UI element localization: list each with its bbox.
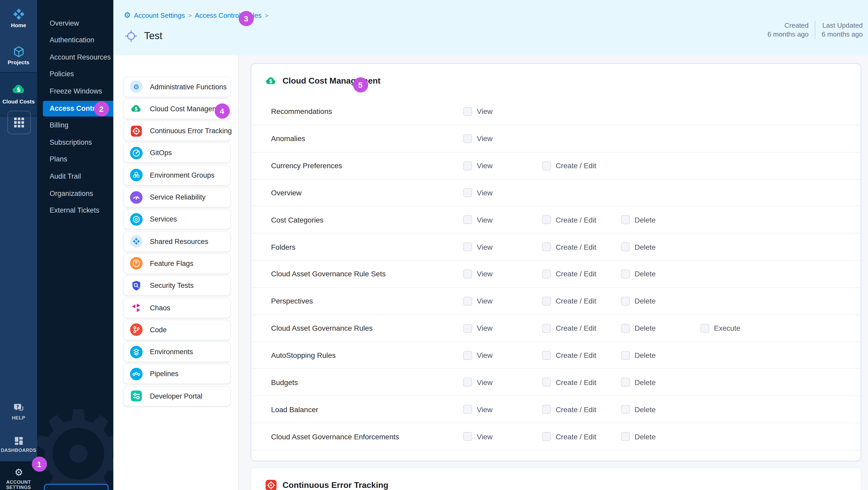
cloud-asset-governance-rule-sets-view-checkbox[interactable] bbox=[463, 270, 472, 278]
cloud-asset-governance-rule-sets-delete-checkbox[interactable] bbox=[621, 270, 630, 278]
cloud-asset-governance-rule-sets-create-checkbox[interactable] bbox=[542, 270, 551, 278]
permission-label: View bbox=[477, 243, 493, 251]
resource-group-pipelines[interactable]: Pipelines bbox=[123, 364, 231, 384]
cloud-asset-governance-rules-create-checkbox[interactable] bbox=[542, 324, 551, 333]
resource-group-services[interactable]: Services bbox=[123, 209, 231, 229]
breadcrumb-separator: > bbox=[188, 12, 192, 19]
folders-delete-checkbox[interactable] bbox=[621, 242, 630, 251]
autostopping-rules-view-checkbox[interactable] bbox=[463, 351, 472, 360]
resource-group-shared-resources[interactable]: Shared Resources bbox=[123, 231, 231, 251]
budgets-delete-checkbox[interactable] bbox=[621, 378, 630, 387]
sidebar-item-audit-trail[interactable]: Audit Trail bbox=[37, 169, 113, 184]
resource-group-developer-portal[interactable]: Developer Portal bbox=[123, 386, 231, 406]
resource-group-gitops[interactable]: GitOps bbox=[123, 143, 231, 163]
cost-categories-view-checkbox[interactable] bbox=[463, 215, 472, 224]
permission-label: View bbox=[477, 216, 493, 224]
resource-group-environments[interactable]: Environments bbox=[123, 342, 231, 362]
sidebar-item-external-tickets[interactable]: External Tickets bbox=[37, 203, 113, 218]
anomalies-view-checkbox[interactable] bbox=[463, 134, 472, 143]
budgets-create-checkbox[interactable] bbox=[542, 378, 551, 387]
resource-name: Overview bbox=[271, 189, 302, 197]
permission-delete-slot: Delete bbox=[621, 405, 656, 414]
resource-group-label: Pipelines bbox=[150, 370, 179, 378]
projects-icon bbox=[12, 45, 25, 58]
module-picker-button[interactable] bbox=[7, 111, 31, 134]
resource-group-label: Service Reliability bbox=[150, 193, 206, 201]
perspectives-delete-checkbox[interactable] bbox=[621, 297, 630, 306]
cloud-asset-governance-enforcements-view-checkbox[interactable] bbox=[463, 432, 472, 441]
permission-create-slot: Create / Edit bbox=[542, 242, 596, 251]
recommendations-view-checkbox[interactable] bbox=[463, 107, 472, 116]
sidebar-item-account-resources[interactable]: Account Resources bbox=[37, 49, 113, 65]
breadcrumb-link-account-settings[interactable]: Account Settings bbox=[134, 11, 185, 19]
permission-create-slot: Create / Edit bbox=[542, 351, 596, 360]
cost-categories-create-checkbox[interactable] bbox=[542, 215, 551, 224]
permission-delete-slot: Delete bbox=[621, 297, 656, 306]
dashboards-icon bbox=[13, 436, 24, 446]
resource-group-continuous-error-tracking[interactable]: Continuous Error Tracking bbox=[123, 121, 231, 141]
load-balancer-delete-checkbox[interactable] bbox=[621, 405, 630, 414]
permission-row-autostopping-rules: AutoStopping RulesViewCreate / EditDelet… bbox=[251, 342, 861, 369]
resource-name: Budgets bbox=[271, 378, 298, 387]
resource-name: Anomalies bbox=[271, 134, 305, 143]
permission-label: Delete bbox=[634, 297, 656, 305]
permission-label: View bbox=[477, 134, 493, 143]
currency-preferences-create-checkbox[interactable] bbox=[542, 161, 551, 170]
sidebar-item-subscriptions[interactable]: Subscriptions bbox=[37, 134, 113, 150]
resource-group-security-tests[interactable]: Security Tests bbox=[123, 275, 231, 296]
folders-create-checkbox[interactable] bbox=[542, 242, 551, 251]
role-crosshair-icon bbox=[124, 29, 138, 43]
panel-header: Continuous Error Tracking bbox=[251, 468, 861, 490]
sidebar-item-authentication[interactable]: Authentication bbox=[37, 32, 113, 48]
resource-group-chaos[interactable]: Chaos bbox=[123, 298, 231, 318]
resource-group-administrative-functions[interactable]: ⚙Administrative Functions bbox=[123, 76, 231, 97]
resource-group-feature-flags[interactable]: Feature Flags bbox=[123, 253, 231, 274]
overview-view-checkbox[interactable] bbox=[463, 188, 472, 197]
permission-label: View bbox=[477, 324, 493, 332]
cloud-asset-governance-enforcements-delete-checkbox[interactable] bbox=[621, 432, 630, 441]
cost-categories-delete-checkbox[interactable] bbox=[621, 215, 630, 224]
load-balancer-view-checkbox[interactable] bbox=[463, 405, 472, 414]
permission-view-slot: View bbox=[463, 405, 493, 414]
currency-preferences-view-checkbox[interactable] bbox=[463, 161, 472, 170]
sidebar-item-plans[interactable]: Plans bbox=[37, 152, 113, 167]
sidebar-module-dashboards[interactable]: DASHBOARDS bbox=[0, 436, 37, 453]
resource-group-label: Shared Resources bbox=[150, 238, 208, 245]
perspectives-view-checkbox[interactable] bbox=[463, 297, 472, 306]
updated-value: 6 months ago bbox=[822, 30, 863, 39]
feature-flags-icon bbox=[130, 257, 143, 270]
sidebar-module-help[interactable]: ?HELP bbox=[0, 402, 37, 421]
permission-row-currency-preferences: Currency PreferencesViewCreate / Edit bbox=[251, 152, 861, 179]
sidebar-item-overview[interactable]: Overview bbox=[37, 16, 113, 31]
sidebar-bottom-button[interactable] bbox=[44, 484, 108, 490]
permission-view-slot: View bbox=[463, 188, 493, 197]
permission-view-slot: View bbox=[463, 351, 493, 360]
cloud-asset-governance-rules-execute-checkbox[interactable] bbox=[700, 324, 709, 333]
autostopping-rules-create-checkbox[interactable] bbox=[542, 351, 551, 360]
continuous-error-tracking-icon bbox=[130, 125, 143, 137]
budgets-view-checkbox[interactable] bbox=[463, 378, 472, 387]
load-balancer-create-checkbox[interactable] bbox=[542, 405, 551, 414]
permission-delete-slot: Delete bbox=[621, 242, 656, 251]
folders-view-checkbox[interactable] bbox=[463, 242, 472, 251]
cloud-asset-governance-rules-view-checkbox[interactable] bbox=[463, 324, 472, 333]
sidebar-item-policies[interactable]: Policies bbox=[37, 67, 113, 82]
chaos-icon bbox=[130, 301, 143, 314]
pipelines-icon bbox=[130, 368, 143, 380]
resource-group-service-reliability[interactable]: Service Reliability bbox=[123, 187, 231, 207]
sidebar-module-projects[interactable]: Projects bbox=[0, 45, 37, 66]
autostopping-rules-delete-checkbox[interactable] bbox=[621, 351, 630, 360]
sidebar-module-account-settings[interactable]: ⚙ACCOUNTSETTINGS bbox=[0, 466, 37, 490]
permission-label: Create / Edit bbox=[556, 243, 596, 251]
cloud-asset-governance-rules-delete-checkbox[interactable] bbox=[621, 324, 630, 333]
sidebar-item-billing[interactable]: Billing bbox=[37, 118, 113, 133]
sidebar-module-home[interactable]: Home bbox=[0, 7, 37, 28]
permission-label: View bbox=[477, 270, 493, 278]
cloud-asset-governance-enforcements-create-checkbox[interactable] bbox=[542, 432, 551, 441]
resource-group-environment-groups[interactable]: Environment Groups bbox=[123, 165, 231, 185]
resource-group-code[interactable]: Code bbox=[123, 320, 231, 340]
sidebar-module-cloud-costs[interactable]: $Cloud Costs bbox=[0, 82, 37, 105]
sidebar-item-freeze-windows[interactable]: Freeze Windows bbox=[37, 84, 113, 99]
perspectives-create-checkbox[interactable] bbox=[542, 297, 551, 306]
sidebar-item-organizations[interactable]: Organizations bbox=[37, 186, 113, 202]
